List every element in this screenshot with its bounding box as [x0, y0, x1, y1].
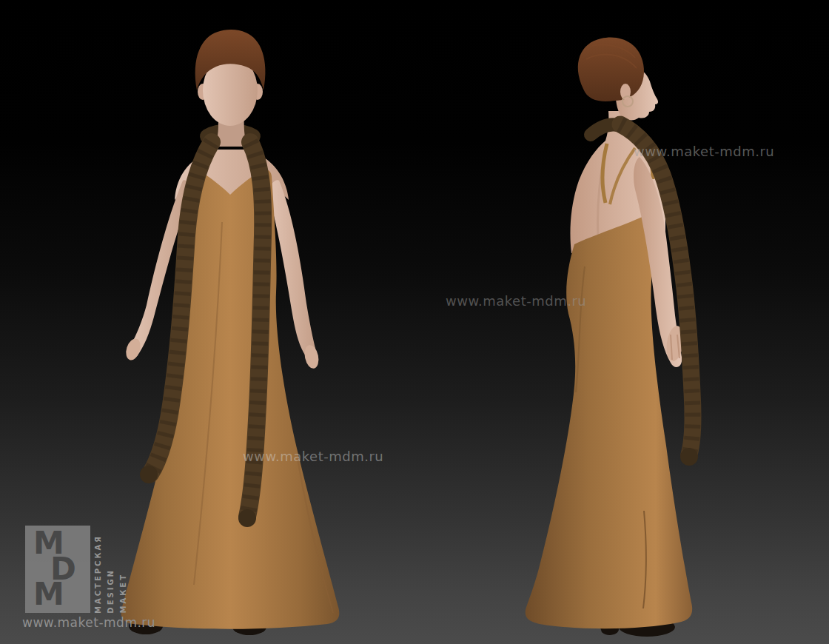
- logo-vertical-text-maket: МАКЕТ: [119, 573, 127, 614]
- render-viewport: www.maket-mdm.ru www.maket-mdm.ru www.ma…: [0, 0, 829, 644]
- watermark-on-dress: www.maket-mdm.ru: [243, 449, 383, 464]
- figures-render: [0, 0, 829, 644]
- front-braid-right-tip: [238, 509, 256, 527]
- watermark-top-right: www.maket-mdm.ru: [634, 144, 774, 159]
- front-figure: [121, 30, 340, 635]
- watermark-middle: www.maket-mdm.ru: [446, 293, 586, 309]
- side-figure: [526, 37, 698, 637]
- logo-vertical-text-masterskaya: МАСТЕРСКАЯ: [94, 534, 102, 614]
- side-hair-bun: [578, 37, 644, 101]
- side-braid-tip: [680, 448, 698, 466]
- mdm-logo: M D M: [25, 526, 90, 613]
- front-braid-left-tip: [140, 466, 158, 483]
- logo-letter-m-bottom: M: [33, 579, 64, 610]
- logo-site-url: www.maket-mdm.ru: [22, 615, 155, 630]
- logo-vertical-text-design: DESIGN: [107, 568, 115, 614]
- front-dress: [121, 170, 340, 629]
